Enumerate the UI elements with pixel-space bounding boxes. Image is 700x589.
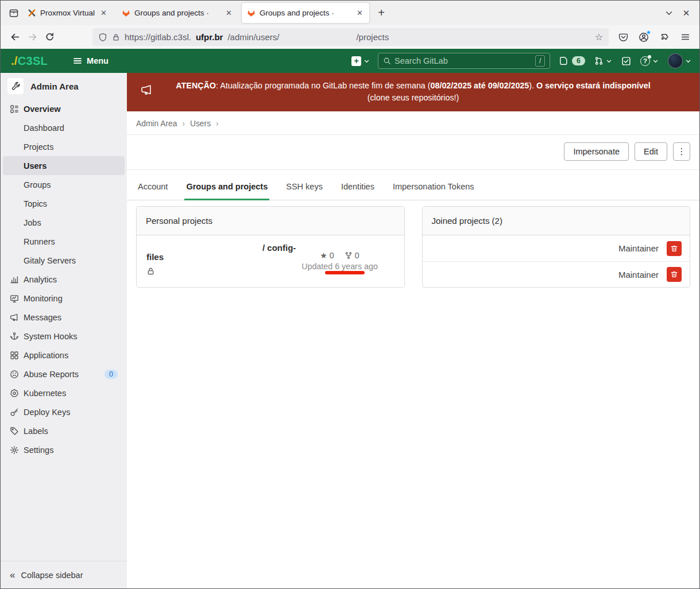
gitlab-logo[interactable]: ./C3SL	[11, 55, 48, 68]
sidebar-item-groups[interactable]: Groups	[1, 175, 127, 194]
alert-text: ).	[529, 81, 536, 90]
sidebar-item-label: Runners	[24, 237, 55, 246]
sidebar-item-dashboard[interactable]: Dashboard	[1, 118, 127, 137]
tab-close-icon[interactable]: ✕	[355, 7, 364, 18]
help-button[interactable]: ?	[640, 56, 659, 66]
sidebar-item-system-hooks[interactable]: System Hooks	[1, 327, 127, 346]
app-menu-hamburger-icon[interactable]	[676, 29, 694, 46]
tab-groups-and-projects[interactable]: Groups and projects	[184, 176, 269, 200]
sidebar-title: Admin Area	[30, 82, 79, 91]
new-tab-button[interactable]: +	[373, 5, 390, 22]
key-icon	[10, 408, 19, 417]
sidebar-item-label: Abuse Reports	[24, 370, 79, 379]
abuse-icon	[10, 370, 19, 379]
sidebar-item-analytics[interactable]: Analytics	[1, 270, 127, 289]
analytics-icon	[10, 275, 19, 284]
project-name-line1[interactable]: / config-	[262, 243, 296, 253]
trash-icon	[670, 245, 678, 253]
pocket-icon[interactable]	[614, 29, 632, 46]
lock-icon[interactable]	[112, 33, 120, 41]
breadcrumb-admin-area[interactable]: Admin Area	[136, 119, 177, 128]
monitoring-icon	[10, 294, 19, 303]
impersonate-button[interactable]: Impersonate	[564, 142, 629, 161]
joined-project-row: Maintainer	[423, 235, 690, 261]
sidebar-item-deploy-keys[interactable]: Deploy Keys	[1, 402, 127, 421]
browser-tab-proxmox[interactable]: Proxmox Virtual Envir ✕	[22, 3, 113, 23]
todos-button[interactable]	[621, 56, 631, 66]
bookmark-star-icon[interactable]: ☆	[595, 32, 603, 42]
back-button[interactable]	[6, 29, 24, 46]
sidebar-item-users[interactable]: Users	[3, 156, 125, 175]
issues-button[interactable]: 6	[559, 56, 585, 65]
sidebar-item-gitaly-servers[interactable]: Gitaly Servers	[1, 251, 127, 270]
sidebar-item-applications[interactable]: Applications	[1, 346, 127, 365]
browser-nav-bar: https://gitlab.c3sl.ufpr.br/admin/users/…	[1, 25, 699, 49]
tab-close-icon[interactable]: ✕	[99, 7, 108, 18]
search-bar[interactable]: /	[378, 53, 550, 69]
tab-ssh-keys[interactable]: SSH keys	[284, 176, 324, 200]
sidebar-item-topics[interactable]: Topics	[1, 194, 127, 213]
tab-close-icon[interactable]: ✕	[225, 7, 233, 18]
merge-requests-button[interactable]	[594, 56, 612, 65]
sidebar-item-messages[interactable]: Messages	[1, 308, 127, 327]
sidebar-item-label: Topics	[24, 199, 47, 208]
personal-projects-title: Personal projects	[137, 207, 404, 235]
tracking-shield-icon[interactable]	[98, 33, 107, 42]
sidebar-item-jobs[interactable]: Jobs	[1, 213, 127, 232]
browser-tab-gitlab-1[interactable]: Groups and projects · ✕	[117, 3, 238, 23]
personal-projects-card: Personal projects / config- files ★0 0	[136, 206, 405, 288]
profile-tabs: Account Groups and projects SSH keys Ide…	[127, 176, 699, 200]
wrench-icon	[7, 78, 24, 94]
menu-label: Menu	[87, 56, 109, 65]
remove-member-button[interactable]	[667, 241, 682, 256]
sidebar-item-label: System Hooks	[24, 332, 77, 341]
sidebar-item-monitoring[interactable]: Monitoring	[1, 289, 127, 308]
collapse-label: Collapse sidebar	[21, 571, 83, 580]
extensions-puzzle-icon[interactable]	[656, 29, 673, 46]
hook-icon	[10, 332, 19, 341]
main-content: ATENÇÃO: Atualização programada no GitLa…	[127, 73, 699, 588]
project-name-line2[interactable]: files	[146, 252, 164, 262]
fork-icon	[345, 251, 353, 259]
tab-impersonation-tokens[interactable]: Impersonation Tokens	[391, 176, 476, 200]
red-underline-annotation	[325, 271, 365, 274]
new-menu-button[interactable]: +	[351, 56, 370, 66]
alert-text: (clone seus repositórios!)	[368, 93, 459, 102]
collapse-sidebar-button[interactable]: « Collapse sidebar	[1, 561, 127, 588]
menu-button[interactable]: Menu	[73, 56, 109, 65]
user-menu-button[interactable]	[668, 53, 691, 68]
sidebar-item-admin-area[interactable]: Admin Area	[1, 73, 127, 99]
sidebar-item-abuse-reports[interactable]: Abuse Reports 0	[1, 365, 127, 383]
search-input[interactable]	[395, 56, 532, 65]
gitlab-tanuki-icon	[247, 9, 256, 17]
stars-value: 0	[330, 251, 334, 260]
breadcrumb-separator: ›	[182, 119, 185, 128]
tab-account[interactable]: Account	[136, 176, 169, 200]
sidebar-item-runners[interactable]: Runners	[1, 232, 127, 251]
private-lock-icon	[146, 267, 155, 276]
sidebar-item-kubernetes[interactable]: Kubernetes	[1, 383, 127, 402]
forward-button[interactable]	[24, 29, 41, 46]
list-all-tabs-icon[interactable]	[660, 5, 678, 22]
todo-check-icon	[621, 56, 631, 66]
window-close-button[interactable]: ✕	[678, 8, 695, 18]
browser-tab-gitlab-2-active[interactable]: Groups and projects · ✕	[242, 3, 369, 23]
url-path: /admin/users/	[227, 32, 279, 42]
firefox-view-icon[interactable]	[5, 5, 22, 22]
sidebar-item-settings[interactable]: Settings	[1, 440, 127, 459]
more-actions-kebab-button[interactable]: ⋮	[673, 142, 690, 161]
admin-sidebar: Admin Area Overview Dashboard Projects U…	[1, 73, 127, 588]
alert-text: : Atualização programada no GitLab neste…	[216, 81, 431, 90]
remove-member-button[interactable]	[667, 267, 682, 282]
breadcrumb-users[interactable]: Users	[190, 119, 211, 128]
account-icon[interactable]	[635, 29, 652, 46]
tab-title: Proxmox Virtual Envir	[40, 9, 95, 17]
sidebar-item-overview[interactable]: Overview	[1, 99, 127, 118]
url-bar[interactable]: https://gitlab.c3sl.ufpr.br/admin/users/…	[92, 28, 609, 46]
edit-button[interactable]: Edit	[635, 142, 667, 161]
reload-button[interactable]	[41, 29, 58, 46]
tab-identities[interactable]: Identities	[339, 176, 376, 200]
browser-window: Proxmox Virtual Envir ✕ Groups and proje…	[0, 0, 700, 589]
sidebar-item-labels[interactable]: Labels	[1, 421, 127, 440]
sidebar-item-projects[interactable]: Projects	[1, 137, 127, 156]
